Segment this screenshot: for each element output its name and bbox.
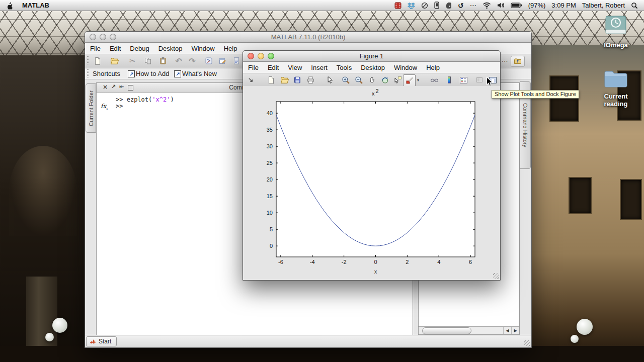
link-plot-icon[interactable] [429, 75, 439, 85]
matlab-status-bar: Start [85, 335, 531, 347]
menu-tools[interactable]: Tools [337, 64, 352, 71]
close-button[interactable] [90, 34, 96, 40]
insert-legend-icon[interactable] [458, 75, 468, 85]
data-cursor-icon[interactable] [393, 75, 403, 85]
menu-desktop[interactable]: Desktop [361, 64, 385, 71]
undock-icon[interactable]: ↗ [111, 83, 116, 90]
menu-help[interactable]: Help [224, 45, 237, 52]
string-literal: 'x^2' [152, 96, 170, 103]
close-panel-icon[interactable]: × [103, 83, 108, 90]
time-machine-icon[interactable]: ↺ [458, 1, 464, 10]
browse-for-folder-icon[interactable] [511, 56, 525, 67]
menu-file[interactable]: File [248, 64, 259, 71]
mac-menu-bar: MATLAB ↺ ⋯ [0, 0, 644, 11]
evernote-icon[interactable] [445, 1, 452, 10]
sync-off-icon[interactable] [421, 1, 428, 10]
zoom-button[interactable] [268, 53, 274, 59]
apple-menu-icon[interactable] [6, 1, 13, 10]
brush-data-icon[interactable] [403, 74, 416, 86]
maximize-panel-icon[interactable] [128, 85, 133, 90]
redo-icon[interactable]: ↷ [187, 56, 197, 66]
command-prompt[interactable]: >> [116, 103, 123, 110]
y-tick-label: 15 [267, 193, 273, 199]
tooltip: Show Plot Tools and Dock Figure [492, 90, 579, 99]
start-button-label: Start [99, 338, 111, 345]
print-figure-icon[interactable] [305, 75, 315, 85]
current-folder-tab[interactable]: Current Folder [86, 83, 96, 133]
undo-icon[interactable]: ↶ [174, 56, 184, 66]
wifi-icon[interactable] [482, 1, 491, 10]
toolbar-drag-handle[interactable] [87, 56, 89, 65]
cut-icon[interactable]: ✂ [127, 56, 137, 66]
spotlight-search-icon[interactable] [631, 1, 638, 10]
desktop: IOmega Current reading MATLAB [0, 0, 644, 362]
figure-title-bar[interactable]: Figure 1 [243, 51, 500, 62]
screen-recording-icon[interactable] [394, 1, 401, 10]
start-button[interactable]: Start [86, 336, 117, 346]
menu-edit[interactable]: Edit [268, 64, 279, 71]
shortcuts-drag-handle[interactable] [87, 69, 89, 77]
minimize-button[interactable] [100, 34, 106, 40]
plot-title-superscript: 2 [376, 88, 379, 94]
active-app-name[interactable]: MATLAB [22, 2, 49, 9]
menu-insert[interactable]: Insert [311, 64, 328, 71]
insert-colorbar-icon[interactable] [444, 75, 454, 85]
fast-user-switch-name[interactable]: Talbert, Robert [582, 2, 625, 9]
horizontal-scrollbar[interactable]: ◀ ▶ [419, 326, 519, 334]
open-file-icon[interactable] [109, 56, 119, 66]
new-script-icon[interactable] [93, 56, 103, 66]
volume-icon[interactable] [497, 1, 505, 10]
shortcut-how-to-add[interactable]: How to Add [136, 70, 170, 77]
window-resize-grip[interactable] [524, 340, 530, 346]
matlab-title-bar[interactable]: MATLAB 7.11.0 (R2010b) [85, 32, 531, 43]
desktop-icon-current-reading[interactable]: Current reading [596, 68, 636, 108]
scroll-left-icon[interactable]: ◀ [503, 327, 511, 334]
menu-edit[interactable]: Edit [110, 45, 121, 52]
guide-icon[interactable] [217, 56, 227, 66]
new-figure-icon[interactable] [266, 75, 276, 85]
open-file-icon[interactable] [279, 75, 289, 85]
save-figure-icon[interactable] [292, 75, 302, 85]
hide-plot-tools-icon[interactable] [474, 75, 485, 85]
figure-canvas[interactable]: -6-4-202460510152025303540x2x [243, 86, 500, 280]
lamp-globe [571, 335, 579, 343]
menu-window[interactable]: Window [191, 45, 214, 52]
close-button[interactable] [248, 53, 254, 59]
scroll-right-icon[interactable]: ▶ [511, 327, 519, 334]
rotate-3d-icon[interactable] [380, 75, 390, 85]
mobile-device-icon[interactable] [434, 1, 439, 10]
help-browser-icon[interactable] [231, 56, 242, 66]
copy-icon[interactable] [143, 56, 153, 66]
zoom-button[interactable] [110, 34, 116, 40]
toolbar-handle-icon[interactable] [247, 75, 254, 85]
brush-dropdown-icon[interactable]: ▾ [416, 75, 421, 85]
menu-file[interactable]: File [90, 45, 101, 52]
toolbar-overflow-icon[interactable]: ⋯ [500, 56, 510, 66]
battery-icon[interactable] [511, 1, 522, 10]
dropbox-icon[interactable] [408, 1, 415, 10]
menu-bar-clock[interactable]: 3:09 PM [551, 2, 576, 9]
menu-desktop[interactable]: Desktop [158, 45, 183, 52]
zoom-in-icon[interactable] [341, 75, 351, 85]
menu-help[interactable]: Help [426, 64, 440, 71]
scrollbar-thumb[interactable] [422, 327, 471, 334]
pan-icon[interactable] [367, 75, 377, 85]
overflow-dots-icon[interactable]: ⋯ [470, 1, 476, 10]
y-tick-label: 5 [270, 226, 273, 232]
fx-prompt[interactable]: fx▾ [101, 103, 108, 111]
menu-view[interactable]: View [288, 64, 302, 71]
plot-xlabel: x [374, 268, 377, 275]
menu-window[interactable]: Window [394, 64, 417, 71]
y-tick-label: 40 [267, 110, 273, 116]
zoom-out-icon[interactable] [354, 75, 364, 85]
menu-debug[interactable]: Debug [130, 45, 149, 52]
shortcut-whats-new[interactable]: What's New [182, 70, 217, 77]
dock-icon[interactable]: ⇤ [119, 83, 124, 90]
paste-icon[interactable] [158, 56, 168, 66]
simulink-icon[interactable] [204, 56, 214, 66]
desktop-icon-iomega[interactable]: IOmega [596, 15, 636, 49]
minimize-button[interactable] [258, 53, 264, 59]
window-resize-grip[interactable] [493, 273, 499, 279]
folder-icon [603, 68, 629, 89]
edit-plot-icon[interactable] [325, 75, 335, 85]
